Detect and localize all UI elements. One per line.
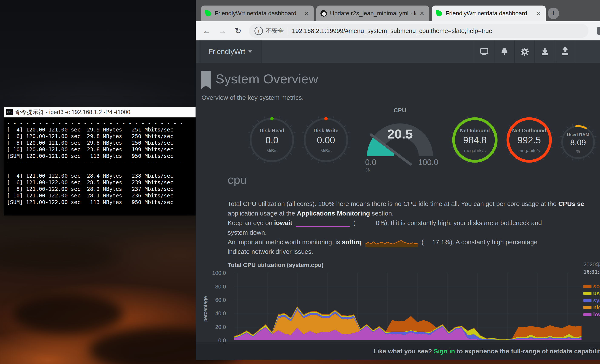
iowait-sparkline xyxy=(295,220,350,227)
iowait-label: iowait xyxy=(274,219,292,226)
tab-title: FriendlyWrt netdata dashboard xyxy=(446,10,532,17)
gauge-label: Used RAM xyxy=(558,132,598,137)
gauge-value: 0.00 xyxy=(300,135,351,146)
nodes-view-button[interactable] xyxy=(474,40,494,63)
tab-separator xyxy=(315,9,315,18)
import-button[interactable] xyxy=(534,40,555,63)
help-button[interactable] xyxy=(575,40,600,63)
y-tick-label: 20.0 xyxy=(208,324,226,330)
gauge-unit: % xyxy=(366,167,370,173)
disk-read-gauge[interactable]: Disk Read 0.0 MiB/s xyxy=(246,114,298,166)
gauge-value: 20.5 xyxy=(362,126,438,141)
cpu-description-line3: Keep an eye on iowait (0%). If it is con… xyxy=(228,218,600,228)
new-tab-button[interactable]: + xyxy=(548,8,559,19)
terminal-window[interactable]: C:\ 命令提示符 - iperf3 -c 192.168.1.2 -P4 -t… xyxy=(4,107,196,211)
legend-swatch xyxy=(583,313,591,316)
y-axis-label: percentage xyxy=(202,288,208,330)
terminal-titlebar[interactable]: C:\ 命令提示符 - iperf3 -c 192.168.1.2 -P4 -t… xyxy=(4,107,196,117)
text: Keep an eye on xyxy=(228,219,274,226)
legend-item-nice[interactable]: nice xyxy=(583,304,600,311)
net-outbound-gauge[interactable]: Net Outbound 992.5 megabits/s xyxy=(504,114,555,166)
legend-label: softirq xyxy=(593,283,600,290)
legend-item-system[interactable]: system xyxy=(583,297,600,304)
netdata-navbar: FriendlyWrt xyxy=(196,40,600,63)
legend-swatch xyxy=(583,306,591,309)
text: An important metric worth monitoring, is xyxy=(228,238,342,245)
chart-legend[interactable]: softirqusersystemniceiowait xyxy=(583,283,600,318)
tab-close-icon[interactable]: ✕ xyxy=(303,10,310,17)
chevron-down-icon xyxy=(248,50,252,53)
chart-title: Total CPU utilization (system.cpu) xyxy=(228,262,324,269)
signin-banner: Like what you see? Sign in to experience… xyxy=(196,343,600,360)
gauge-value: 0.0 xyxy=(246,135,298,146)
toolbar-extension-icon[interactable] xyxy=(597,27,600,35)
y-tick-label: 60.0 xyxy=(208,297,226,303)
info-icon[interactable]: i xyxy=(254,27,263,35)
url-text[interactable]: 192.168.2.1:19999/#menu_system_submenu_c… xyxy=(292,28,492,35)
legend-label: system xyxy=(593,297,600,304)
disk-write-gauge[interactable]: Disk Write 0.00 MiB/s xyxy=(300,114,351,166)
host-dropdown[interactable]: FriendlyWrt xyxy=(199,40,262,63)
text: ). If it is constantly high, your disks … xyxy=(385,219,542,226)
reload-button[interactable]: ↻ xyxy=(232,25,244,37)
cpu-description-line1: Total CPU utilization (all cores). 100% … xyxy=(228,199,600,208)
browser-toolbar: ← → ↻ i 不安全 192.168.2.1:19999/#menu_syst… xyxy=(196,21,600,40)
omnibox-divider xyxy=(288,27,288,35)
text: ( xyxy=(353,219,355,226)
cmd-icon: C:\ xyxy=(6,109,13,115)
tab-title: FriendlyWrt netdata dashboard xyxy=(215,10,300,17)
text: to experience the full-range of netdata … xyxy=(455,348,600,355)
text: application usage at the xyxy=(228,210,297,217)
legend-item-user[interactable]: user xyxy=(583,290,600,297)
tab-close-icon[interactable]: ✕ xyxy=(419,10,425,17)
tab-close-icon[interactable]: ✕ xyxy=(535,10,542,17)
legend-swatch xyxy=(583,292,591,295)
cpu-description-line2: application usage at the Applications Mo… xyxy=(228,208,600,218)
gauge-value: 984.8 xyxy=(449,135,500,146)
page-title: System Overview xyxy=(216,70,318,88)
text: section. xyxy=(370,210,394,217)
tab-netdata-1[interactable]: FriendlyWrt netdata dashboard ✕ xyxy=(201,6,314,21)
security-label[interactable]: 不安全 xyxy=(266,27,284,35)
legend-label: iowait xyxy=(593,311,600,318)
legend-swatch xyxy=(583,285,591,288)
tab-netdata-2-active[interactable]: FriendlyWrt netdata dashboard ✕ xyxy=(432,6,546,21)
cpu-gauge[interactable]: CPU 20.5 0.0 100.0 % xyxy=(362,104,438,170)
legend-item-softirq[interactable]: softirq xyxy=(583,283,600,290)
text: indicate network driver issues. xyxy=(228,248,313,255)
iowait-value: 0% xyxy=(376,219,385,226)
export-button[interactable] xyxy=(555,40,575,63)
net-inbound-gauge[interactable]: Net Inbound 984.8 megabits/s xyxy=(449,114,500,166)
applications-monitoring-link[interactable]: Applications Monitoring xyxy=(297,210,370,217)
gauge-value: 8.09 xyxy=(558,138,598,147)
sign-in-link[interactable]: Sign in xyxy=(434,348,455,355)
text: Like what you see? xyxy=(373,348,434,355)
tab-github[interactable]: Update r2s_lean_minimal.yml · k ✕ xyxy=(316,6,429,21)
legend-item-iowait[interactable]: iowait xyxy=(583,311,600,318)
y-tick-label: 100.0 xyxy=(208,270,226,276)
settings-button[interactable] xyxy=(514,40,534,63)
gauge-value: 992.5 xyxy=(504,135,555,146)
host-name: FriendlyWrt xyxy=(208,47,245,56)
alarms-button[interactable] xyxy=(494,40,514,63)
used-ram-gauge[interactable]: Used RAM 8.09 % xyxy=(558,122,598,162)
github-favicon xyxy=(320,10,327,17)
netdata-favicon xyxy=(436,10,442,17)
page-subtitle: Overview of the key system metrics. xyxy=(201,94,304,101)
softirq-value: 17.1% xyxy=(432,238,450,245)
cpus-link[interactable]: CPUs se xyxy=(558,200,584,207)
gauge-max: 100.0 xyxy=(418,158,438,167)
terminal-output[interactable]: - - - - - - - - - - - - - - - - - - - - … xyxy=(4,117,196,215)
gauge-unit: megabits/s xyxy=(449,148,500,153)
cpu-utilization-chart[interactable] xyxy=(234,273,581,340)
cpu-description-line4: system down. xyxy=(228,228,600,237)
text: system down. xyxy=(228,229,267,236)
back-button[interactable]: ← xyxy=(201,25,212,37)
gauge-label: Disk Read xyxy=(246,128,298,134)
wallpaper-cloud xyxy=(13,294,123,334)
gauge-label: CPU xyxy=(362,107,438,114)
address-bar[interactable]: i 不安全 192.168.2.1:19999/#menu_system_sub… xyxy=(249,24,589,38)
netdata-favicon xyxy=(205,10,212,17)
download-icon xyxy=(540,47,549,56)
forward-button[interactable]: → xyxy=(216,25,228,37)
